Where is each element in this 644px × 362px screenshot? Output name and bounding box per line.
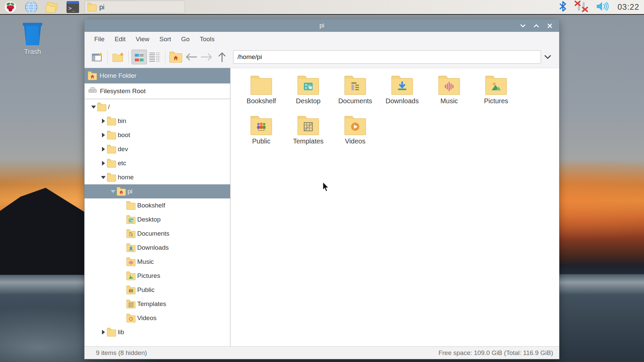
place-home-folder[interactable]: Home Folder (85, 68, 230, 83)
tree-item-etc[interactable]: etc (85, 156, 230, 170)
places-list: Home FolderFilesystem Root (85, 68, 230, 99)
tree-item-label: / (108, 103, 110, 111)
home-button[interactable] (168, 50, 183, 64)
terminal-icon[interactable]: >_ (66, 1, 80, 13)
menu-item-view[interactable]: View (130, 32, 154, 46)
bluetooth-icon[interactable] (559, 1, 567, 13)
tree-item-public[interactable]: Public (85, 283, 230, 297)
tree-item-music[interactable]: Music (85, 255, 230, 269)
task-button-label: pi (99, 3, 105, 11)
menu-item-sort[interactable]: Sort (154, 32, 176, 46)
file-list-view[interactable]: BookshelfDesktopDocumentsDownloadsMusicP… (230, 68, 559, 346)
menu-item-file[interactable]: File (89, 32, 110, 46)
pictures-folder-icon (485, 78, 507, 95)
templates-folder-icon (126, 301, 136, 308)
tree-item-videos[interactable]: Videos (85, 311, 230, 325)
titlebar[interactable]: pi (85, 19, 559, 32)
network-disconnected-icon[interactable] (575, 1, 588, 13)
new-window-button[interactable] (89, 50, 105, 64)
file-manager-icon[interactable] (45, 1, 59, 13)
tree-item-label: Videos (137, 314, 157, 322)
file-item-templates[interactable]: Templates (285, 115, 332, 155)
tree-item-pi[interactable]: pi (85, 184, 230, 198)
tree-item-label: home (118, 174, 134, 181)
file-item-pictures[interactable]: Pictures (473, 75, 520, 115)
volume-icon[interactable] (596, 1, 609, 13)
items-count: 9 items (8 hidden) (96, 349, 147, 357)
file-item-label: Videos (345, 137, 366, 145)
folder-icon (251, 78, 272, 95)
collapse-arrow-icon[interactable] (100, 176, 107, 179)
compact-view-button[interactable] (147, 50, 162, 64)
maximize-button[interactable] (532, 22, 540, 30)
music-folder-icon (438, 78, 460, 95)
expand-arrow-icon[interactable] (100, 119, 107, 123)
tree-item-templates[interactable]: Templates (85, 297, 230, 311)
file-item-desktop[interactable]: Desktop (285, 75, 332, 115)
tree-item-pictures[interactable]: Pictures (85, 269, 230, 283)
tree-item-bookshelf[interactable]: Bookshelf (85, 198, 230, 213)
collapse-arrow-icon[interactable] (109, 190, 117, 193)
raspberry-menu-icon[interactable] (3, 1, 17, 13)
icon-view-button[interactable] (131, 50, 147, 64)
tree-item-downloads[interactable]: Downloads (85, 241, 230, 255)
web-browser-icon[interactable] (24, 1, 38, 13)
music-folder-icon (126, 259, 136, 266)
file-item-documents[interactable]: Documents (332, 75, 379, 115)
folder-icon (107, 329, 116, 337)
folder-icon (107, 146, 116, 154)
file-item-downloads[interactable]: Downloads (379, 75, 426, 115)
file-item-label: Desktop (296, 97, 320, 105)
tree-item-label: lib (118, 328, 124, 336)
hard-disk-icon (88, 86, 97, 96)
taskbar-window-button-pi[interactable]: pi (85, 1, 185, 13)
place-filesystem-root[interactable]: Filesystem Root (85, 83, 230, 99)
tree-item-lib[interactable]: lib (85, 325, 230, 339)
iconify-button[interactable] (519, 22, 527, 30)
window-controls (519, 19, 554, 32)
desktop-folder-icon (298, 78, 319, 95)
downloads-folder-icon (391, 78, 413, 95)
expand-arrow-icon[interactable] (100, 133, 107, 137)
expand-arrow-icon[interactable] (100, 147, 107, 152)
desktop-folder-icon (126, 217, 136, 224)
toolbar-separator (107, 51, 108, 63)
home-folder-icon (169, 53, 182, 63)
menu-item-edit[interactable]: Edit (110, 32, 131, 46)
folder-icon (97, 104, 106, 111)
file-item-videos[interactable]: Videos (332, 115, 379, 155)
file-item-bookshelf[interactable]: Bookshelf (238, 75, 285, 115)
close-button[interactable] (546, 22, 554, 30)
expand-arrow-icon[interactable] (100, 161, 107, 166)
collapse-arrow-icon[interactable] (90, 106, 97, 109)
tree-item-dev[interactable]: dev (85, 142, 230, 156)
tree-item-label: Public (137, 286, 155, 294)
file-item-public[interactable]: Public (238, 115, 285, 155)
path-dropdown-button[interactable] (541, 50, 554, 64)
up-button[interactable] (214, 50, 230, 64)
taskbar-launchers: >_ (0, 1, 80, 13)
menu-item-tools[interactable]: Tools (195, 32, 219, 46)
tree-item-root[interactable]: / (85, 100, 230, 114)
folder-icon (88, 4, 97, 11)
file-item-music[interactable]: Music (426, 75, 473, 115)
templates-folder-icon (298, 118, 319, 135)
side-pane: Home FolderFilesystem Root /binbootdevet… (85, 68, 230, 346)
tree-item-boot[interactable]: boot (85, 128, 230, 142)
trash-can-icon (17, 23, 48, 45)
tree-item-desktop[interactable]: Desktop (85, 213, 230, 227)
menu-item-go[interactable]: Go (176, 32, 195, 46)
tree-item-home[interactable]: home (85, 170, 230, 184)
expand-arrow-icon[interactable] (100, 330, 107, 335)
toolbar-separator (165, 51, 165, 63)
toolbar: /home/pi (85, 46, 559, 68)
folder-icon (107, 132, 116, 139)
forward-button[interactable] (199, 50, 214, 64)
new-folder-button[interactable] (110, 50, 126, 64)
tree-item-documents[interactable]: Documents (85, 227, 230, 241)
file-manager-window: pi FileEditViewSortGoTools (84, 19, 559, 359)
tree-item-bin[interactable]: bin (85, 114, 230, 128)
back-button[interactable] (183, 50, 199, 64)
path-input[interactable]: /home/pi (233, 50, 541, 64)
trash-desktop-icon[interactable]: Trash (17, 23, 48, 56)
